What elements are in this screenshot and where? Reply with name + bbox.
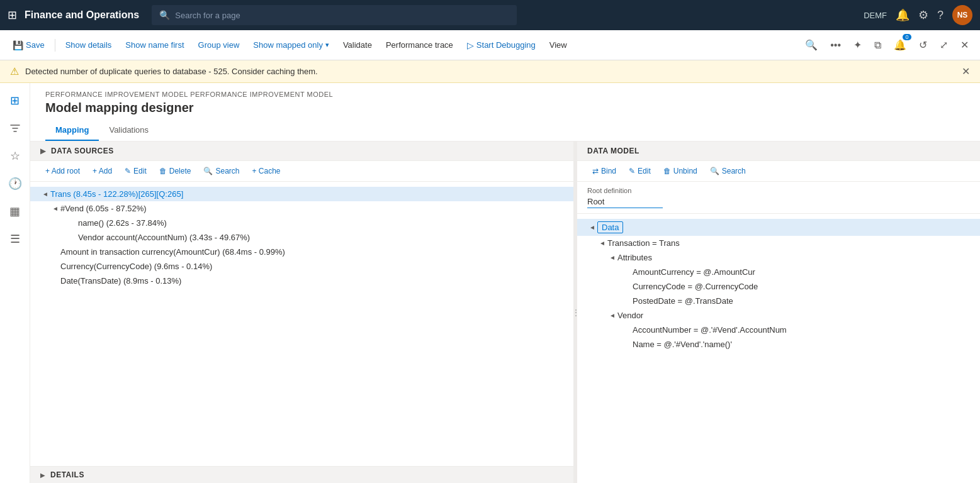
dm-expander-0[interactable]: ◄ <box>587 224 597 231</box>
sidebar-nav-all-modules[interactable]: ☰ <box>3 226 28 252</box>
tree-item-amount[interactable]: Amount in transaction currency(AmountCur… <box>30 245 573 259</box>
show-details-button[interactable]: Show details <box>59 38 118 52</box>
tree-item-text-vend: #Vend (6.05s - 87.52%) <box>60 204 147 213</box>
bind-label: Bind <box>601 167 616 175</box>
toolbar-popout-icon[interactable]: ⤢ <box>935 36 953 53</box>
debug-icon: ▷ <box>467 40 474 50</box>
tab-mapping[interactable]: Mapping <box>45 120 99 141</box>
details-title: DETAILS <box>50 470 84 479</box>
cache-button[interactable]: + Cache <box>247 165 285 177</box>
show-name-first-button[interactable]: Show name first <box>119 38 190 52</box>
dm-item-account-number[interactable]: AccountNumber = @.'#Vend'.AccountNum <box>577 323 980 337</box>
delete-button[interactable]: 🗑 Delete <box>154 165 196 177</box>
add-button[interactable]: + Add <box>87 165 117 177</box>
dm-item-text-posted-date: PostedDate = @.TransDate <box>633 296 733 306</box>
global-search-bar[interactable]: 🔍 <box>152 5 517 25</box>
dm-item-attributes[interactable]: ◄ Attributes <box>577 250 980 265</box>
save-button[interactable]: 💾 Save <box>6 38 51 53</box>
dm-item-text-account-number: AccountNumber = @.'#Vend'.AccountNum <box>633 325 787 335</box>
tree-item-trans[interactable]: ◄ Trans (8.45s - 122.28%)[265][Q:265] <box>30 187 573 201</box>
start-debugging-button[interactable]: ▷ Start Debugging <box>461 38 542 53</box>
root-definition-label: Root definition <box>587 187 970 194</box>
group-view-button[interactable]: Group view <box>192 38 246 52</box>
dm-search-button[interactable]: 🔍 Search <box>705 165 751 177</box>
dm-item-posted-date[interactable]: PostedDate = @.TransDate <box>577 294 980 308</box>
dm-expander-2[interactable]: ◄ <box>607 254 617 261</box>
details-header[interactable]: ▶ DETAILS <box>30 467 573 483</box>
tree-item-vend[interactable]: ◄ #Vend (6.05s - 87.52%) <box>30 201 573 216</box>
data-sources-collapse-icon[interactable]: ▶ <box>40 147 46 155</box>
sidebar-nav-recent[interactable]: 🕐 <box>3 171 28 196</box>
dm-expander-6[interactable]: ◄ <box>607 312 617 319</box>
tree-item-date[interactable]: Date(TransDate) (8.9ms - 0.13%) <box>30 274 573 288</box>
tree-expander-1[interactable]: ◄ <box>50 205 60 212</box>
dm-item-amount-currency[interactable]: AmountCurrency = @.AmountCur <box>577 265 980 279</box>
data-model-header: DATA MODEL <box>577 142 980 161</box>
tab-validations[interactable]: Validations <box>99 120 159 141</box>
edit-button[interactable]: ✎ Edit <box>120 165 152 177</box>
data-sources-title: DATA SOURCES <box>51 147 563 155</box>
add-root-button[interactable]: + Add root <box>40 165 85 177</box>
toolbar-notification-icon[interactable]: 🔔0 <box>889 36 911 53</box>
tree-expander-0[interactable]: ◄ <box>40 191 50 197</box>
search-button[interactable]: 🔍 Search <box>198 165 244 177</box>
content-area: PERFORMANCE IMPROVEMENT MODEL PERFORMANC… <box>30 83 980 483</box>
data-sources-tree: ◄ Trans (8.45s - 122.28%)[265][Q:265] ◄ … <box>30 182 573 466</box>
help-icon[interactable]: ? <box>937 9 943 22</box>
sidebar-nav-workspaces[interactable]: ▦ <box>3 199 28 224</box>
data-sources-pane: ▶ DATA SOURCES + Add root + Add ✎ Edit <box>30 142 574 483</box>
data-model-pane: DATA MODEL ⇄ Bind ✎ Edit 🗑 Unbind <box>577 142 980 483</box>
dm-item-transaction[interactable]: ◄ Transaction = Trans <box>577 236 980 250</box>
warning-bar: ⚠ Detected number of duplicate queries t… <box>0 60 980 83</box>
bind-button[interactable]: ⇄ Bind <box>587 165 621 177</box>
tree-item-text-trans: Trans (8.45s - 122.28%)[265][Q:265] <box>50 189 183 199</box>
dm-item-data[interactable]: ◄ Data <box>577 219 980 236</box>
sidebar-nav-filter[interactable] <box>3 116 28 141</box>
sidebar-nav-favorites[interactable]: ☆ <box>3 143 28 169</box>
validate-button[interactable]: Validate <box>337 38 378 52</box>
show-mapped-only-label: Show mapped only <box>253 40 323 50</box>
toolbar-more-icon[interactable]: ••• <box>825 37 846 53</box>
sidebar-nav-home[interactable]: ⊞ <box>3 88 28 113</box>
avatar[interactable]: NS <box>952 5 972 25</box>
toolbar-pin-icon[interactable]: ✦ <box>848 36 867 53</box>
dm-item-text-name: Name = @.'#Vend'.'name()' <box>633 340 732 349</box>
start-debugging-label: Start Debugging <box>476 40 536 50</box>
top-navigation: ⊞ Finance and Operations 🔍 DEMF 🔔 ⚙ ? NS <box>0 0 980 30</box>
show-mapped-only-button[interactable]: Show mapped only <box>247 38 335 52</box>
add-root-label: + Add root <box>45 167 80 175</box>
toolbar-refresh-icon[interactable]: ↺ <box>914 36 932 53</box>
dm-item-currency-code[interactable]: CurrencyCode = @.CurrencyCode <box>577 279 980 294</box>
toolbar-right-icons: 🔍 ••• ✦ ⧉ 🔔0 ↺ ⤢ ✕ <box>800 36 974 53</box>
save-label: Save <box>26 40 45 50</box>
settings-icon[interactable]: ⚙ <box>918 8 928 22</box>
dm-item-vendor[interactable]: ◄ Vendor <box>577 308 980 323</box>
toolbar-separator-1 <box>55 39 55 52</box>
delete-icon: 🗑 <box>159 167 167 175</box>
toolbar-ext-icon[interactable]: ⧉ <box>869 37 886 53</box>
view-label: View <box>549 40 567 50</box>
delete-label: Delete <box>169 167 191 175</box>
toolbar-close-icon[interactable]: ✕ <box>955 36 974 53</box>
dm-item-name[interactable]: Name = @.'#Vend'.'name()' <box>577 337 980 352</box>
dm-edit-button[interactable]: ✎ Edit <box>624 165 656 177</box>
tree-item-vendor-account[interactable]: Vendor account(AccountNum) (3.43s - 49.6… <box>30 230 573 245</box>
data-model-title: DATA MODEL <box>587 147 639 155</box>
notifications-icon[interactable]: 🔔 <box>896 8 910 22</box>
root-definition-value: Root <box>587 197 663 208</box>
tree-item-text-vendor-account: Vendor account(AccountNum) (3.43s - 49.6… <box>78 233 250 242</box>
tree-item-text-date: Date(TransDate) (8.9ms - 0.13%) <box>60 276 181 286</box>
details-panel: ▶ DETAILS <box>30 466 573 483</box>
toolbar-search-icon[interactable]: 🔍 <box>800 36 823 53</box>
view-button[interactable]: View <box>543 38 573 52</box>
tree-item-name[interactable]: name() (2.62s - 37.84%) <box>30 216 573 230</box>
tree-item-currency[interactable]: Currency(CurrencyCode) (9.6ms - 0.14%) <box>30 259 573 274</box>
dm-expander-1[interactable]: ◄ <box>597 240 607 247</box>
search-input[interactable] <box>175 11 509 20</box>
details-expander-icon[interactable]: ▶ <box>40 472 45 479</box>
performance-trace-button[interactable]: Performance trace <box>380 38 459 52</box>
grid-icon[interactable]: ⊞ <box>8 8 17 22</box>
app-title: Finance and Operations <box>25 9 139 21</box>
unbind-button[interactable]: 🗑 Unbind <box>658 165 702 177</box>
warning-close-button[interactable]: ✕ <box>962 65 970 77</box>
